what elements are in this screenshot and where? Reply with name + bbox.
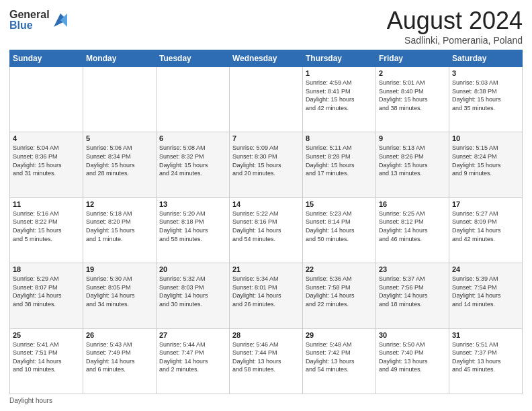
day-number: 25 — [13, 331, 80, 339]
calendar-cell: 31Sunrise: 5:51 AM Sunset: 7:37 PM Dayli… — [449, 328, 523, 394]
day-info: Sunrise: 5:25 AM Sunset: 8:12 PM Dayligh… — [379, 210, 446, 243]
calendar-cell: 17Sunrise: 5:27 AM Sunset: 8:09 PM Dayli… — [449, 197, 523, 263]
day-number: 24 — [452, 265, 519, 273]
day-number: 8 — [306, 134, 373, 142]
logo: General Blue — [9, 9, 70, 31]
day-number: 15 — [306, 200, 373, 208]
weekday-header-thursday: Thursday — [303, 50, 376, 67]
week-row-3: 18Sunrise: 5:29 AM Sunset: 8:07 PM Dayli… — [10, 263, 523, 328]
calendar-cell: 10Sunrise: 5:15 AM Sunset: 8:24 PM Dayli… — [449, 132, 523, 197]
day-info: Sunrise: 5:23 AM Sunset: 8:14 PM Dayligh… — [306, 210, 373, 243]
calendar-cell: 20Sunrise: 5:32 AM Sunset: 8:03 PM Dayli… — [157, 263, 230, 328]
page: General Blue August 2024 Sadlinki, Pomer… — [0, 0, 532, 411]
weekday-header-row: SundayMondayTuesdayWednesdayThursdayFrid… — [10, 50, 523, 67]
calendar-cell: 25Sunrise: 5:41 AM Sunset: 7:51 PM Dayli… — [10, 328, 83, 394]
calendar-cell: 30Sunrise: 5:50 AM Sunset: 7:40 PM Dayli… — [376, 328, 449, 394]
day-number: 11 — [13, 200, 80, 208]
calendar-cell: 27Sunrise: 5:44 AM Sunset: 7:47 PM Dayli… — [157, 328, 230, 394]
weekday-header-friday: Friday — [376, 50, 449, 67]
footer-note: Daylight hours — [9, 397, 523, 404]
day-info: Sunrise: 5:13 AM Sunset: 8:26 PM Dayligh… — [379, 144, 446, 177]
calendar-cell: 15Sunrise: 5:23 AM Sunset: 8:14 PM Dayli… — [303, 197, 376, 263]
month-title: August 2024 — [387, 7, 523, 35]
calendar-cell: 16Sunrise: 5:25 AM Sunset: 8:12 PM Dayli… — [376, 197, 449, 263]
day-number: 20 — [159, 265, 226, 273]
day-number: 10 — [452, 134, 519, 142]
logo-general: General — [9, 9, 50, 20]
day-info: Sunrise: 5:29 AM Sunset: 8:07 PM Dayligh… — [13, 275, 80, 308]
logo-icon — [51, 11, 70, 30]
calendar-cell: 3Sunrise: 5:03 AM Sunset: 8:38 PM Daylig… — [449, 67, 523, 132]
logo-text: General Blue — [9, 9, 50, 31]
title-area: August 2024 Sadlinki, Pomerania, Poland — [387, 7, 523, 46]
calendar-cell: 7Sunrise: 5:09 AM Sunset: 8:30 PM Daylig… — [230, 132, 303, 197]
calendar-cell: 2Sunrise: 5:01 AM Sunset: 8:40 PM Daylig… — [376, 67, 449, 132]
day-info: Sunrise: 5:32 AM Sunset: 8:03 PM Dayligh… — [159, 275, 226, 308]
day-info: Sunrise: 5:48 AM Sunset: 7:42 PM Dayligh… — [306, 340, 373, 374]
weekday-header-saturday: Saturday — [449, 50, 523, 67]
calendar-cell: 12Sunrise: 5:18 AM Sunset: 8:20 PM Dayli… — [83, 197, 157, 263]
logo-blue: Blue — [9, 20, 50, 31]
calendar-cell: 13Sunrise: 5:20 AM Sunset: 8:18 PM Dayli… — [157, 197, 230, 263]
day-info: Sunrise: 5:36 AM Sunset: 7:58 PM Dayligh… — [306, 275, 373, 308]
calendar-cell: 29Sunrise: 5:48 AM Sunset: 7:42 PM Dayli… — [303, 328, 376, 394]
day-number: 5 — [86, 134, 153, 142]
day-info: Sunrise: 5:15 AM Sunset: 8:24 PM Dayligh… — [452, 144, 519, 177]
header: General Blue August 2024 Sadlinki, Pomer… — [9, 7, 523, 46]
calendar-cell — [83, 67, 157, 132]
day-info: Sunrise: 5:27 AM Sunset: 8:09 PM Dayligh… — [452, 210, 519, 243]
weekday-header-tuesday: Tuesday — [157, 50, 230, 67]
day-number: 18 — [13, 265, 80, 273]
calendar-cell: 26Sunrise: 5:43 AM Sunset: 7:49 PM Dayli… — [83, 328, 157, 394]
day-number: 28 — [232, 331, 300, 339]
day-number: 17 — [452, 200, 519, 208]
day-info: Sunrise: 5:43 AM Sunset: 7:49 PM Dayligh… — [86, 340, 153, 374]
day-number: 21 — [232, 265, 300, 273]
calendar-cell: 28Sunrise: 5:46 AM Sunset: 7:44 PM Dayli… — [230, 328, 303, 394]
day-number: 31 — [452, 331, 519, 339]
calendar-cell: 6Sunrise: 5:08 AM Sunset: 8:32 PM Daylig… — [157, 132, 230, 197]
day-number: 29 — [306, 331, 373, 339]
day-info: Sunrise: 5:51 AM Sunset: 7:37 PM Dayligh… — [452, 340, 519, 374]
week-row-0: 1Sunrise: 4:59 AM Sunset: 8:41 PM Daylig… — [10, 67, 523, 132]
day-number: 14 — [232, 200, 300, 208]
day-info: Sunrise: 5:03 AM Sunset: 8:38 PM Dayligh… — [452, 79, 519, 112]
calendar-cell — [157, 67, 230, 132]
day-number: 4 — [13, 134, 80, 142]
day-number: 2 — [379, 69, 446, 77]
day-info: Sunrise: 5:01 AM Sunset: 8:40 PM Dayligh… — [379, 79, 446, 112]
calendar-cell: 24Sunrise: 5:39 AM Sunset: 7:54 PM Dayli… — [449, 263, 523, 328]
calendar-cell: 5Sunrise: 5:06 AM Sunset: 8:34 PM Daylig… — [83, 132, 157, 197]
calendar-cell: 14Sunrise: 5:22 AM Sunset: 8:16 PM Dayli… — [230, 197, 303, 263]
day-number: 27 — [159, 331, 226, 339]
calendar-cell: 21Sunrise: 5:34 AM Sunset: 8:01 PM Dayli… — [230, 263, 303, 328]
day-info: Sunrise: 5:37 AM Sunset: 7:56 PM Dayligh… — [379, 275, 446, 308]
location: Sadlinki, Pomerania, Poland — [387, 35, 523, 46]
week-row-4: 25Sunrise: 5:41 AM Sunset: 7:51 PM Dayli… — [10, 328, 523, 394]
calendar-cell: 18Sunrise: 5:29 AM Sunset: 8:07 PM Dayli… — [10, 263, 83, 328]
day-number: 3 — [452, 69, 519, 77]
day-number: 1 — [306, 69, 373, 77]
day-info: Sunrise: 5:11 AM Sunset: 8:28 PM Dayligh… — [306, 144, 373, 177]
day-info: Sunrise: 5:16 AM Sunset: 8:22 PM Dayligh… — [13, 210, 80, 243]
day-info: Sunrise: 5:20 AM Sunset: 8:18 PM Dayligh… — [159, 210, 226, 243]
weekday-header-sunday: Sunday — [10, 50, 83, 67]
day-number: 6 — [159, 134, 226, 142]
day-info: Sunrise: 5:50 AM Sunset: 7:40 PM Dayligh… — [379, 340, 446, 374]
day-number: 16 — [379, 200, 446, 208]
calendar-cell: 1Sunrise: 4:59 AM Sunset: 8:41 PM Daylig… — [303, 67, 376, 132]
day-info: Sunrise: 5:18 AM Sunset: 8:20 PM Dayligh… — [86, 210, 153, 243]
day-number: 13 — [159, 200, 226, 208]
weekday-header-monday: Monday — [83, 50, 157, 67]
day-info: Sunrise: 5:06 AM Sunset: 8:34 PM Dayligh… — [86, 144, 153, 177]
calendar-cell — [230, 67, 303, 132]
calendar: SundayMondayTuesdayWednesdayThursdayFrid… — [9, 50, 523, 394]
calendar-cell: 23Sunrise: 5:37 AM Sunset: 7:56 PM Dayli… — [376, 263, 449, 328]
day-info: Sunrise: 5:08 AM Sunset: 8:32 PM Dayligh… — [159, 144, 226, 177]
calendar-cell — [10, 67, 83, 132]
calendar-cell: 4Sunrise: 5:04 AM Sunset: 8:36 PM Daylig… — [10, 132, 83, 197]
weekday-header-wednesday: Wednesday — [230, 50, 303, 67]
week-row-2: 11Sunrise: 5:16 AM Sunset: 8:22 PM Dayli… — [10, 197, 523, 263]
day-info: Sunrise: 5:09 AM Sunset: 8:30 PM Dayligh… — [232, 144, 300, 177]
day-info: Sunrise: 5:34 AM Sunset: 8:01 PM Dayligh… — [232, 275, 300, 308]
